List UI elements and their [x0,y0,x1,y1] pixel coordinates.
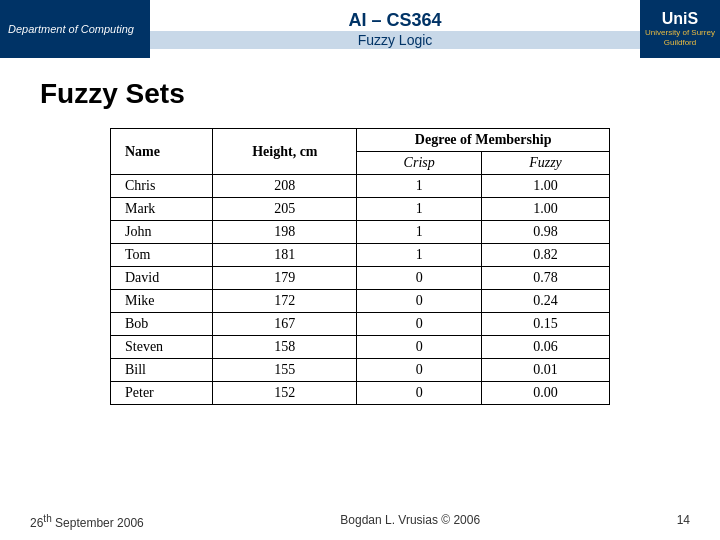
footer-date-sup: th [43,513,51,524]
cell-crisp: 0 [357,267,482,290]
cell-name: Bill [111,359,213,382]
table-row: Peter15200.00 [111,382,610,405]
cell-crisp: 0 [357,336,482,359]
cell-crisp: 1 [357,221,482,244]
cell-crisp: 1 [357,244,482,267]
table-row: John19810.98 [111,221,610,244]
table-row: Steven15800.06 [111,336,610,359]
col-name-header: Name [111,129,213,175]
cell-name: Peter [111,382,213,405]
table-row: Bill15500.01 [111,359,610,382]
cell-name: David [111,267,213,290]
main-content: Fuzzy Sets Name Height, cm Degree of Mem… [0,58,720,415]
cell-fuzzy: 0.98 [482,221,610,244]
cell-height: 167 [213,313,357,336]
cell-crisp: 0 [357,382,482,405]
cell-name: Chris [111,175,213,198]
cell-fuzzy: 0.78 [482,267,610,290]
cell-fuzzy: 0.01 [482,359,610,382]
page-title: Fuzzy Sets [40,78,680,110]
cell-height: 208 [213,175,357,198]
col-crisp-header: Crisp [357,152,482,175]
footer-author: Bogdan L. Vrusias © 2006 [340,513,480,530]
cell-height: 152 [213,382,357,405]
header-dept: Department of Computing [0,0,150,58]
cell-fuzzy: 0.24 [482,290,610,313]
header-center: AI – CS364 Fuzzy Logic [150,0,640,58]
cell-height: 181 [213,244,357,267]
cell-name: Mark [111,198,213,221]
course-title: AI – CS364 [348,10,441,31]
cell-height: 198 [213,221,357,244]
table-row: David17900.78 [111,267,610,290]
header-logo: UniS University of SurreyGuildford [640,0,720,58]
cell-fuzzy: 0.15 [482,313,610,336]
course-subtitle: Fuzzy Logic [150,31,640,49]
cell-crisp: 0 [357,359,482,382]
table-row: Mark20511.00 [111,198,610,221]
table-row: Tom18110.82 [111,244,610,267]
data-table: Name Height, cm Degree of Membership Cri… [110,128,610,405]
cell-name: Mike [111,290,213,313]
cell-fuzzy: 0.82 [482,244,610,267]
cell-name: Tom [111,244,213,267]
cell-name: Bob [111,313,213,336]
cell-height: 179 [213,267,357,290]
cell-crisp: 0 [357,290,482,313]
cell-fuzzy: 0.06 [482,336,610,359]
col-height-header: Height, cm [213,129,357,175]
cell-name: John [111,221,213,244]
logo-subtext: University of SurreyGuildford [645,28,715,47]
table-row: Chris20811.00 [111,175,610,198]
footer: 26th September 2006 Bogdan L. Vrusias © … [0,513,720,530]
col-degree-header: Degree of Membership [357,129,610,152]
table-row: Mike17200.24 [111,290,610,313]
footer-page: 14 [677,513,690,530]
cell-crisp: 0 [357,313,482,336]
table-row: Bob16700.15 [111,313,610,336]
cell-fuzzy: 1.00 [482,175,610,198]
cell-fuzzy: 0.00 [482,382,610,405]
cell-name: Steven [111,336,213,359]
cell-height: 158 [213,336,357,359]
table-body: Chris20811.00Mark20511.00John19810.98Tom… [111,175,610,405]
cell-crisp: 1 [357,175,482,198]
cell-height: 155 [213,359,357,382]
logo-text: UniS [662,10,698,28]
col-fuzzy-header: Fuzzy [482,152,610,175]
cell-height: 172 [213,290,357,313]
dept-label: Department of Computing [8,23,134,35]
cell-height: 205 [213,198,357,221]
cell-fuzzy: 1.00 [482,198,610,221]
footer-date: 26th September 2006 [30,513,144,530]
cell-crisp: 1 [357,198,482,221]
table-header-row-1: Name Height, cm Degree of Membership [111,129,610,152]
header: Department of Computing AI – CS364 Fuzzy… [0,0,720,58]
